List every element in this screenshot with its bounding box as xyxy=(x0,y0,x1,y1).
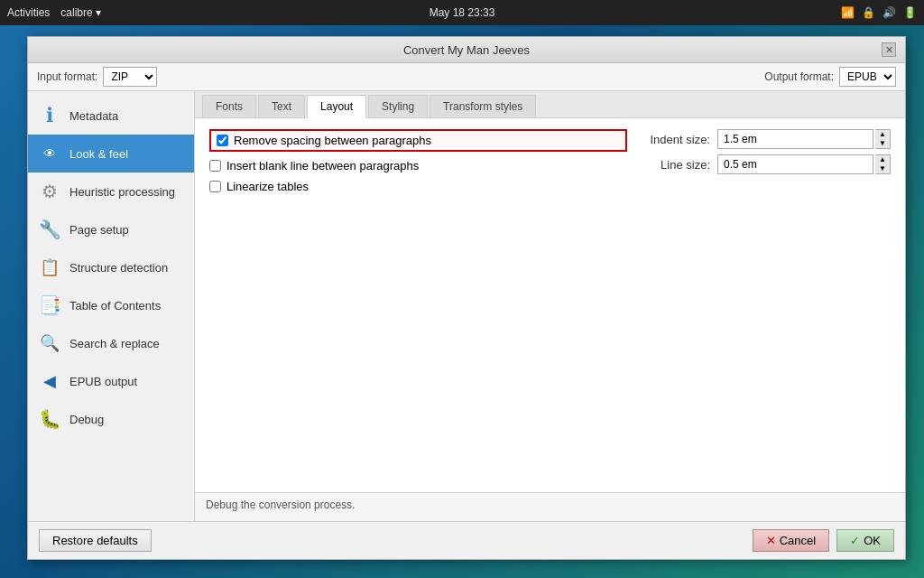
line-size-input[interactable] xyxy=(717,154,873,174)
sidebar-label-debug: Debug xyxy=(69,413,104,426)
remove-spacing-label[interactable]: Remove spacing between paragraphs xyxy=(234,134,431,147)
input-format-group: Input format: ZIP xyxy=(37,67,157,87)
tab-fonts[interactable]: Fonts xyxy=(202,95,256,117)
debug-icon: 🐛 xyxy=(37,406,62,432)
layout-fields: Indent size: ▲ ▼ Line size: xyxy=(638,129,891,174)
sidebar-item-toc[interactable]: 📑 Table of Contents xyxy=(28,286,194,324)
tabs: Fonts Text Layout Styling Transform styl… xyxy=(195,91,905,118)
output-format-select[interactable]: EPUB xyxy=(839,67,896,87)
epub-output-icon: ◀ xyxy=(37,368,62,394)
taskbar-right: 📶 🔒 🔊 🔋 xyxy=(841,6,917,19)
sidebar-label-toc: Table of Contents xyxy=(69,299,161,312)
sidebar: ℹ Metadata 👁 Look & feel ⚙ Heuristic pro… xyxy=(28,91,195,521)
taskbar-datetime: May 18 23:33 xyxy=(430,6,495,19)
indent-size-label: Indent size: xyxy=(638,133,710,146)
line-size-up[interactable]: ▲ xyxy=(875,155,890,164)
indent-size-up[interactable]: ▲ xyxy=(875,130,890,139)
input-format-select[interactable]: ZIP xyxy=(103,67,157,87)
cancel-label: Cancel xyxy=(780,534,816,547)
insert-blank-row: Insert blank line between paragraphs xyxy=(209,159,627,172)
status-bar: Debug the conversion process. xyxy=(195,492,905,521)
search-replace-icon: 🔍 xyxy=(37,331,62,356)
sidebar-label-structure: Structure detection xyxy=(69,261,168,275)
remove-spacing-checkbox[interactable] xyxy=(217,135,228,146)
layout-checkboxes: Remove spacing between paragraphs Insert… xyxy=(209,129,627,193)
volume-icon: 🔊 xyxy=(882,6,896,19)
remove-spacing-row: Remove spacing between paragraphs xyxy=(209,129,627,152)
sidebar-item-page-setup[interactable]: 🔧 Page setup xyxy=(28,210,194,248)
restore-defaults-button[interactable]: Restore defaults xyxy=(39,529,152,552)
tab-styling[interactable]: Styling xyxy=(368,95,428,117)
main-content: ℹ Metadata 👁 Look & feel ⚙ Heuristic pro… xyxy=(28,91,905,521)
look-feel-icon: 👁 xyxy=(37,141,62,166)
linearize-checkbox[interactable] xyxy=(209,181,221,192)
indent-size-input-wrap: ▲ ▼ xyxy=(717,129,891,149)
sidebar-item-metadata[interactable]: ℹ Metadata xyxy=(28,97,194,135)
cancel-button[interactable]: ✕ Cancel xyxy=(753,529,829,552)
sidebar-label-look-feel: Look & feel xyxy=(69,147,128,161)
ok-label: OK xyxy=(864,534,881,547)
insert-blank-checkbox[interactable] xyxy=(209,160,221,172)
taskbar-left: Activities calibre ▾ xyxy=(7,6,101,19)
sidebar-label-search-replace: Search & replace xyxy=(69,337,160,350)
sidebar-label-metadata: Metadata xyxy=(69,109,118,123)
layout-options-row: Remove spacing between paragraphs Insert… xyxy=(209,129,891,193)
dialog-close-button[interactable]: ✕ xyxy=(882,42,896,57)
output-format-label: Output format: xyxy=(764,70,834,83)
indent-size-down[interactable]: ▼ xyxy=(875,139,890,148)
heuristic-icon: ⚙ xyxy=(37,179,62,204)
tab-transform-styles[interactable]: Transform styles xyxy=(430,95,536,117)
signal-icon: 📶 xyxy=(841,6,855,19)
convert-dialog: Convert My Man Jeeves ✕ Input format: ZI… xyxy=(27,36,906,560)
toc-icon: 📑 xyxy=(37,293,62,318)
sidebar-label-epub-output: EPUB output xyxy=(69,375,137,388)
sidebar-item-search-replace[interactable]: 🔍 Search & replace xyxy=(28,324,194,362)
sidebar-item-debug[interactable]: 🐛 Debug xyxy=(28,400,194,438)
line-size-down[interactable]: ▼ xyxy=(875,164,890,173)
taskbar: Activities calibre ▾ May 18 23:33 📶 🔒 🔊 … xyxy=(0,0,924,25)
ok-check-icon: ✓ xyxy=(850,534,860,547)
status-text: Debug the conversion process. xyxy=(206,499,355,511)
app-name-label[interactable]: calibre ▾ xyxy=(60,6,101,19)
linearize-label[interactable]: Linearize tables xyxy=(226,180,309,193)
page-setup-icon: 🔧 xyxy=(37,217,62,242)
insert-blank-label[interactable]: Insert blank line between paragraphs xyxy=(226,159,419,172)
right-panel: Fonts Text Layout Styling Transform styl… xyxy=(195,91,905,521)
line-size-row: Line size: ▲ ▼ xyxy=(638,154,891,174)
sidebar-item-heuristic[interactable]: ⚙ Heuristic processing xyxy=(28,172,194,210)
sidebar-item-structure[interactable]: 📋 Structure detection xyxy=(28,248,194,286)
ok-button[interactable]: ✓ OK xyxy=(836,529,894,552)
structure-icon: 📋 xyxy=(37,255,62,280)
sidebar-label-heuristic: Heuristic processing xyxy=(69,185,175,199)
sidebar-item-look-feel[interactable]: 👁 Look & feel xyxy=(28,135,194,172)
line-size-spinner: ▲ ▼ xyxy=(875,154,891,174)
battery-icon: 🔋 xyxy=(903,6,917,19)
wifi-icon: 🔒 xyxy=(862,6,875,19)
output-format-group: Output format: EPUB xyxy=(764,67,896,87)
layout-tab-content: Remove spacing between paragraphs Insert… xyxy=(195,118,905,492)
indent-size-input[interactable] xyxy=(717,129,873,149)
tab-layout[interactable]: Layout xyxy=(307,95,366,118)
line-size-label: Line size: xyxy=(638,158,710,172)
sidebar-label-page-setup: Page setup xyxy=(69,223,129,237)
bottom-bar: Restore defaults ✕ Cancel ✓ OK xyxy=(28,521,905,559)
sidebar-item-epub-output[interactable]: ◀ EPUB output xyxy=(28,362,194,400)
indent-size-spinner: ▲ ▼ xyxy=(875,129,891,149)
input-format-label: Input format: xyxy=(37,70,97,83)
activities-label[interactable]: Activities xyxy=(7,6,50,19)
tab-text[interactable]: Text xyxy=(258,95,305,117)
indent-size-row: Indent size: ▲ ▼ xyxy=(638,129,891,149)
format-bar: Input format: ZIP Output format: EPUB xyxy=(28,63,905,91)
metadata-icon: ℹ xyxy=(37,103,62,128)
dialog-title: Convert My Man Jeeves xyxy=(51,43,882,57)
line-size-input-wrap: ▲ ▼ xyxy=(717,154,891,174)
dialog-titlebar: Convert My Man Jeeves ✕ xyxy=(28,37,905,63)
linearize-row: Linearize tables xyxy=(209,180,627,193)
cancel-x-icon: ✕ xyxy=(766,534,776,547)
